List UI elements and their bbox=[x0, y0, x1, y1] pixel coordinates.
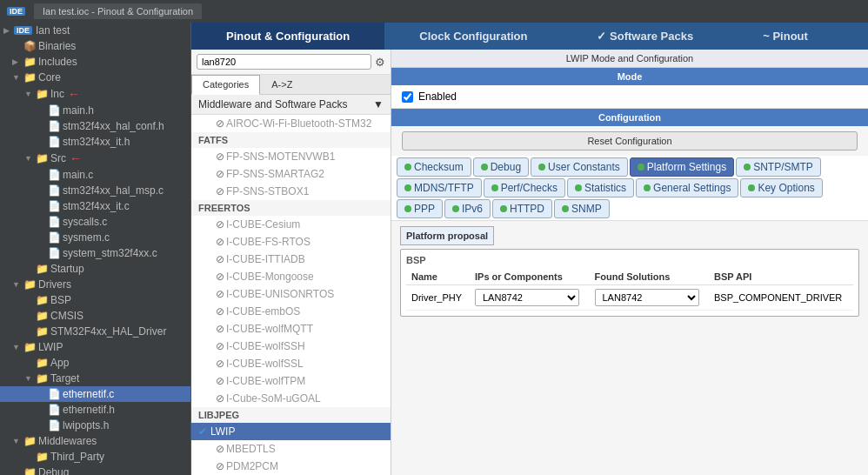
dropdown-arrow[interactable]: ▼ bbox=[373, 98, 384, 110]
comp-item-icube_ittiadb[interactable]: ⊘I-CUBE-ITTIADB bbox=[191, 251, 391, 268]
comp-item-fp_sns_smartag2[interactable]: ⊘FP-SNS-SMARTAG2 bbox=[191, 165, 391, 183]
search-input[interactable] bbox=[197, 54, 371, 70]
cfg-tab-general_settings[interactable]: General Settings bbox=[636, 178, 738, 197]
sidebar-item-label: Inc bbox=[50, 88, 64, 100]
tab-clock[interactable]: Clock Configuration bbox=[384, 23, 562, 50]
platform-proposal-label: Platform proposal bbox=[400, 226, 494, 245]
comp-item-icube_fsrtos[interactable]: ⊘I-CUBE-FS-RTOS bbox=[191, 233, 391, 251]
sidebar-item-syscalls[interactable]: 📄syscalls.c bbox=[0, 214, 190, 230]
tab-dot bbox=[481, 164, 488, 171]
bsp-ips-select[interactable]: LAN8742 bbox=[475, 289, 579, 306]
comp-item-fp_sns_motenvwb1[interactable]: ⊘FP-SNS-MOTENVWB1 bbox=[191, 148, 391, 165]
comp-item-icube_mongoose[interactable]: ⊘I-CUBE-Mongoose bbox=[191, 268, 391, 285]
sidebar-item-label: stm32f4xx_hal_msp.c bbox=[63, 184, 164, 197]
sidebar-item-app[interactable]: 📁App bbox=[0, 355, 190, 371]
component-list: ⊘AIROC-Wi-Fi-Bluetooth-STM32FATFS⊘FP-SNS… bbox=[191, 115, 391, 475]
comp-item-airoc[interactable]: ⊘AIROC-Wi-Fi-Bluetooth-STM32 bbox=[191, 115, 391, 132]
comp-item-icube_cesium[interactable]: ⊘I-CUBE-Cesium bbox=[191, 216, 391, 233]
sidebar-item-includes[interactable]: ▶📁Includes bbox=[0, 54, 190, 70]
sidebar-item-debug[interactable]: 📁Debug bbox=[0, 465, 190, 475]
cfg-tab-checksum[interactable]: Checksum bbox=[397, 157, 471, 177]
sidebar-item-src[interactable]: ▼📁Src← bbox=[0, 150, 190, 167]
cfg-tab-mdns_tftp[interactable]: MDNS/TFTP bbox=[397, 178, 482, 197]
sidebar-item-core[interactable]: ▼📁Core bbox=[0, 70, 190, 85]
node-icon: 📄 bbox=[47, 136, 61, 148]
node-icon: 📄 bbox=[47, 184, 61, 197]
tab-az[interactable]: A->Z bbox=[260, 75, 304, 94]
sidebar-item-ethernetif_c[interactable]: 📄ethernetif.c bbox=[0, 386, 190, 402]
sidebar-item-label: syscalls.c bbox=[63, 216, 107, 228]
cfg-tab-httpd[interactable]: HTTPD bbox=[492, 199, 552, 218]
sidebar-item-ethernetif_h[interactable]: 📄ethernetif.h bbox=[0, 402, 190, 418]
comp-item-fp_sns_stbox1[interactable]: ⊘FP-SNS-STBOX1 bbox=[191, 183, 391, 200]
comp-item-icube_wolfmqtt[interactable]: ⊘I-CUBE-wolfMQTT bbox=[191, 320, 391, 338]
cfg-tab-statistics[interactable]: Statistics bbox=[567, 178, 634, 197]
bsp-driver-name: Driver_PHY bbox=[406, 285, 470, 311]
comp-item-icube_wolfssl[interactable]: ⊘I-CUBE-wolfSSL bbox=[191, 355, 391, 372]
sidebar-item-stm32f4xx_hal_driver[interactable]: 📁STM32F4xx_HAL_Driver bbox=[0, 324, 190, 339]
node-icon: 📁 bbox=[35, 152, 49, 164]
config-section-title: Configuration bbox=[391, 109, 868, 126]
gear-button[interactable]: ⚙ bbox=[375, 56, 385, 69]
reset-config-button[interactable]: Reset Configuration bbox=[402, 131, 858, 151]
node-icon: 📁 bbox=[35, 372, 49, 385]
cfg-tab-sntp_smtp[interactable]: SNTP/SMTP bbox=[736, 157, 821, 177]
tab-dot bbox=[538, 164, 545, 171]
sidebar-item-cmsis[interactable]: 📁CMSIS bbox=[0, 308, 190, 324]
sidebar-item-main_c[interactable]: 📄main.c bbox=[0, 167, 190, 183]
tab-software-packs[interactable]: ✓ Software Packs bbox=[562, 23, 728, 50]
sidebar-item-lwip[interactable]: ▼📁LWIP bbox=[0, 339, 190, 355]
tab-dot bbox=[562, 205, 569, 212]
sidebar-item-lwipopts[interactable]: 📄lwipopts.h bbox=[0, 418, 190, 433]
sidebar-item-inc[interactable]: ▼📁Inc← bbox=[0, 85, 190, 103]
sidebar-item-startup[interactable]: 📁Startup bbox=[0, 261, 190, 277]
tab-label: Key Options bbox=[758, 182, 814, 194]
sidebar-item-stm32f4xx_hal_msp[interactable]: 📄stm32f4xx_hal_msp.c bbox=[0, 183, 190, 198]
sidebar-item-label: Drivers bbox=[38, 278, 71, 291]
comp-label: I-CUBE-wolfMQTT bbox=[226, 323, 313, 335]
sidebar-item-third_party[interactable]: 📁Third_Party bbox=[0, 449, 190, 465]
cfg-tab-ppp[interactable]: PPP bbox=[397, 199, 443, 218]
tab-categories[interactable]: Categories bbox=[191, 75, 260, 95]
cfg-tab-key_options[interactable]: Key Options bbox=[740, 178, 822, 197]
tab-dot bbox=[404, 164, 411, 171]
sidebar-item-binaries[interactable]: 📦Binaries bbox=[0, 38, 190, 54]
comp-item-pdm2pcm[interactable]: ⊘PDM2PCM bbox=[191, 458, 391, 475]
sidebar-item-sysmem[interactable]: 📄sysmem.c bbox=[0, 230, 190, 245]
tab-dot bbox=[575, 184, 582, 191]
sidebar-item-bsp[interactable]: 📁BSP bbox=[0, 292, 190, 308]
bsp-solutions-select[interactable]: LAN8742 bbox=[595, 289, 699, 306]
comp-item-icube_unisonrtos[interactable]: ⊘I-CUBE-UNISONRTOS bbox=[191, 285, 391, 303]
bsp-ips-cell: LAN8742 bbox=[470, 285, 590, 311]
title-bar: IDE Ian test.ioc - Pinout & Configuratio… bbox=[0, 0, 868, 23]
tab-pinout[interactable]: Pinout & Configuration bbox=[191, 23, 384, 50]
comp-item-icube_wolftpm[interactable]: ⊘I-CUBE-wolfTPM bbox=[191, 372, 391, 390]
enabled-checkbox[interactable] bbox=[402, 91, 413, 103]
sidebar-item-stm32f4xx_it_c[interactable]: 📄stm32f4xx_it.c bbox=[0, 198, 190, 214]
sidebar-item-stm32f4xx_hal_conf[interactable]: 📄stm32f4xx_hal_conf.h bbox=[0, 118, 190, 134]
comp-item-icube_embos[interactable]: ⊘I-CUBE-embOS bbox=[191, 303, 391, 320]
comp-item-icube_wolfssh[interactable]: ⊘I-CUBE-wolfSSH bbox=[191, 338, 391, 355]
comp-item-icube_somugoal[interactable]: ⊘I-Cube-SoM-uGOAL bbox=[191, 390, 391, 407]
sidebar-item-label: main.c bbox=[63, 169, 93, 181]
cfg-tab-platform_settings[interactable]: Platform Settings bbox=[630, 157, 734, 177]
sidebar-item-main_h[interactable]: 📄main.h bbox=[0, 103, 190, 118]
comp-item-mbedtls[interactable]: ⊘MBEDTLS bbox=[191, 440, 391, 458]
tab-pinout2[interactable]: ~ Pinout bbox=[728, 23, 843, 50]
sidebar-item-stm32f4xx_it[interactable]: 📄stm32f4xx_it.h bbox=[0, 134, 190, 150]
comp-bullet: ⊘ bbox=[216, 460, 224, 472]
comp-item-lwip[interactable]: ✔LWIP bbox=[191, 423, 391, 440]
cfg-tab-user_constants[interactable]: User Constants bbox=[531, 157, 628, 177]
cfg-tab-debug[interactable]: Debug bbox=[473, 157, 529, 177]
cfg-tab-snmp[interactable]: SNMP bbox=[554, 199, 610, 218]
sidebar-item-label: Src bbox=[50, 152, 66, 164]
sidebar-item-target[interactable]: ▼📁Target bbox=[0, 371, 190, 386]
sidebar-item-label: Third_Party bbox=[50, 451, 104, 463]
sidebar-item-system_stm32[interactable]: 📄system_stm32f4xx.c bbox=[0, 245, 190, 261]
sidebar-item-drivers[interactable]: ▼📁Drivers bbox=[0, 277, 190, 292]
sidebar-item-middlewares[interactable]: ▼📁Middlewares bbox=[0, 433, 190, 449]
tab-label: Platform Settings bbox=[647, 161, 726, 173]
cfg-tab-perf_checks[interactable]: Perf/Checks bbox=[484, 178, 565, 197]
sidebar-item-ide[interactable]: ▶IDEIan test bbox=[0, 23, 190, 38]
cfg-tab-ipv6[interactable]: IPv6 bbox=[444, 199, 491, 218]
